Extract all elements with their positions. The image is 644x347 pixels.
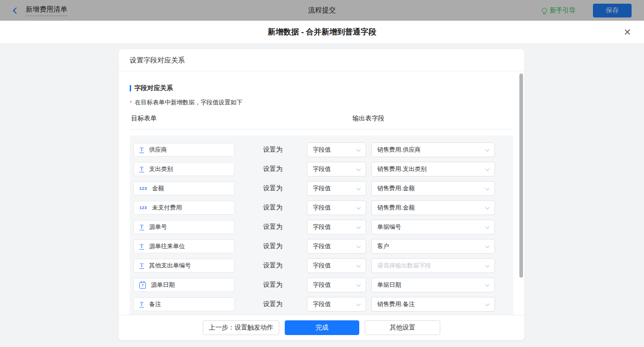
mode-select-value: 字段值 bbox=[313, 184, 331, 193]
output-field-value: 销售费用.供应商 bbox=[377, 146, 421, 154]
chevron-down-icon bbox=[485, 205, 490, 210]
chevron-down-icon bbox=[485, 244, 490, 248]
modal-backdrop bbox=[0, 0, 644, 21]
card-footer: 上一步：设置触发动作 完成 其他设置 bbox=[119, 315, 524, 340]
topbar: 新增费用清单 流程提交 新手引导 保存 bbox=[0, 0, 644, 21]
mode-select-value: 字段值 bbox=[313, 204, 331, 212]
chevron-down-icon bbox=[485, 186, 490, 190]
output-field-value: 客户 bbox=[377, 242, 389, 250]
set-as-label: 设置为 bbox=[263, 146, 283, 154]
text-type-icon: T bbox=[139, 243, 144, 250]
mode-select[interactable]: 字段值 bbox=[307, 200, 366, 215]
text-type-icon: T bbox=[139, 147, 144, 153]
target-field-label: 其他支出单编号 bbox=[149, 262, 191, 270]
table-row: 123 金额 设置为 字段值 销售费用.金额 bbox=[130, 179, 513, 198]
chevron-down-icon bbox=[485, 224, 490, 229]
set-as-label: 设置为 bbox=[263, 242, 283, 250]
target-field-input[interactable]: T 源单往来单位 bbox=[133, 239, 235, 253]
set-as-label: 设置为 bbox=[263, 262, 283, 270]
output-field-value: 单据编号 bbox=[377, 223, 401, 231]
output-field-select[interactable]: 请选择输出数据字段 bbox=[371, 258, 495, 273]
table-row: T 其他支出单编号 设置为 字段值 请选择输出数据字段 bbox=[130, 256, 513, 275]
section-title: 字段对应关系 bbox=[134, 84, 173, 92]
close-button[interactable]: ✕ bbox=[622, 27, 633, 38]
output-field-value: 销售费用.金额 bbox=[377, 184, 415, 193]
chevron-down-icon bbox=[485, 166, 490, 171]
mode-select[interactable]: 字段值 bbox=[307, 142, 366, 157]
table-row: T 源单往来单位 设置为 字段值 客户 bbox=[130, 237, 513, 256]
output-field-select[interactable]: 销售费用.金额 bbox=[371, 181, 495, 196]
chevron-down-icon bbox=[356, 205, 361, 210]
set-as-label: 设置为 bbox=[263, 281, 283, 289]
output-field-select[interactable]: 销售费用.供应商 bbox=[371, 142, 495, 157]
output-field-select[interactable]: 客户 bbox=[371, 239, 495, 254]
column-header-output-field: 输出表字段 bbox=[352, 114, 385, 123]
output-field-select[interactable]: 销售费用.支出类别 bbox=[371, 162, 495, 176]
required-asterisk: * bbox=[130, 99, 132, 106]
mode-select[interactable]: 字段值 bbox=[307, 297, 366, 312]
mode-select-value: 字段值 bbox=[313, 165, 331, 173]
output-field-select[interactable]: 销售费用.金额 bbox=[371, 200, 495, 215]
chevron-down-icon bbox=[356, 186, 361, 190]
column-header-target-form: 目标表单 bbox=[131, 114, 157, 123]
set-as-label: 设置为 bbox=[263, 165, 283, 173]
table-row: T 支出类别 设置为 字段值 销售费用.支出类别 bbox=[130, 159, 513, 179]
chevron-down-icon bbox=[485, 263, 490, 267]
table-row: 123 未支付费用 设置为 字段值 销售费用.金额 bbox=[130, 198, 513, 217]
set-as-label: 设置为 bbox=[263, 223, 283, 231]
output-field-select[interactable]: 单据编号 bbox=[371, 220, 495, 234]
mode-select[interactable]: 字段值 bbox=[307, 278, 366, 292]
target-field-label: 金额 bbox=[152, 184, 164, 193]
other-settings-button[interactable]: 其他设置 bbox=[365, 320, 440, 335]
mode-select-value: 字段值 bbox=[313, 300, 331, 308]
target-field-input[interactable]: T 其他支出单编号 bbox=[133, 259, 235, 273]
output-field-select[interactable]: 单据日期 bbox=[371, 278, 495, 292]
target-field-label: 支出类别 bbox=[149, 165, 173, 173]
mode-select[interactable]: 字段值 bbox=[307, 220, 366, 234]
chevron-down-icon bbox=[485, 301, 490, 306]
output-field-value: 请选择输出数据字段 bbox=[377, 262, 431, 270]
table-row: T 备注 设置为 字段值 销售费用.备注 bbox=[130, 295, 513, 314]
text-type-icon: T bbox=[139, 166, 144, 172]
done-button[interactable]: 完成 bbox=[285, 320, 359, 335]
target-field-input[interactable]: T 支出类别 bbox=[133, 162, 235, 176]
modal-title: 新增数据 - 合并新增到普通字段 bbox=[268, 27, 376, 37]
section-accent-bar bbox=[130, 85, 131, 91]
rows-panel: T 供应商 设置为 字段值 销售费用.供应商 T 支出类别 设置为 字段值 销售… bbox=[130, 136, 513, 316]
close-icon: ✕ bbox=[624, 27, 632, 37]
mode-select[interactable]: 字段值 bbox=[307, 181, 366, 196]
output-field-select[interactable]: 销售费用.备注 bbox=[371, 297, 495, 312]
output-field-value: 销售费用.支出类别 bbox=[377, 165, 427, 173]
target-field-label: 未支付费用 bbox=[152, 204, 182, 212]
mode-select-value: 字段值 bbox=[313, 242, 331, 250]
card-title: 设置字段对应关系 bbox=[119, 49, 524, 71]
mode-select[interactable]: 字段值 bbox=[307, 239, 366, 254]
mode-select-value: 字段值 bbox=[313, 146, 331, 154]
text-type-icon: T bbox=[139, 301, 144, 307]
chevron-down-icon bbox=[356, 147, 361, 152]
modal-header: 新增数据 - 合并新增到普通字段 ✕ bbox=[0, 21, 644, 44]
output-field-value: 单据日期 bbox=[377, 281, 401, 289]
chevron-down-icon bbox=[356, 166, 361, 171]
output-field-value: 销售费用.金额 bbox=[377, 204, 415, 212]
mode-select[interactable]: 字段值 bbox=[307, 258, 366, 273]
chevron-down-icon bbox=[356, 263, 361, 267]
chevron-down-icon bbox=[356, 244, 361, 248]
chevron-down-icon bbox=[356, 224, 361, 229]
target-field-input[interactable]: T 供应商 bbox=[133, 143, 235, 157]
date-type-icon: 7 bbox=[139, 282, 146, 289]
vertical-scrollbar-thumb[interactable] bbox=[519, 74, 523, 278]
table-row: T 供应商 设置为 字段值 销售费用.供应商 bbox=[130, 140, 513, 159]
target-field-label: 源单日期 bbox=[151, 281, 175, 289]
target-field-label: 源单往来单位 bbox=[149, 242, 185, 250]
previous-step-button[interactable]: 上一步：设置触发动作 bbox=[203, 320, 279, 335]
target-field-input[interactable]: T 备注 bbox=[133, 297, 235, 311]
table-row: T 源单号 设置为 字段值 单据编号 bbox=[130, 217, 513, 237]
target-field-input[interactable]: 123 未支付费用 bbox=[133, 201, 235, 215]
target-field-input[interactable]: T 源单号 bbox=[133, 220, 235, 234]
mode-select[interactable]: 字段值 bbox=[307, 162, 366, 176]
table-row: 7 源单日期 设置为 字段值 单据日期 bbox=[130, 275, 513, 295]
target-field-label: 供应商 bbox=[149, 146, 167, 154]
target-field-input[interactable]: 123 金额 bbox=[133, 182, 235, 195]
target-field-input[interactable]: 7 源单日期 bbox=[133, 278, 235, 292]
